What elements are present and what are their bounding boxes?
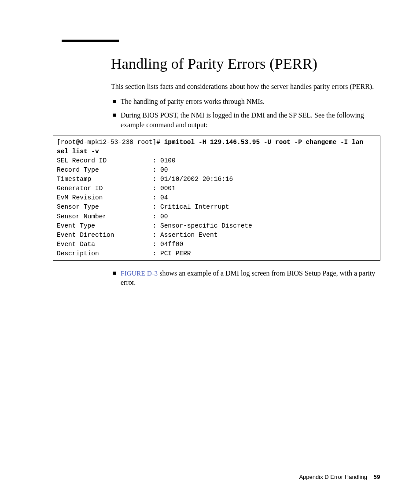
code-line: Timestamp : 01/10/2002 20:16:16 bbox=[57, 176, 233, 183]
section-rule bbox=[62, 40, 119, 42]
code-line: Description : PCI PERR bbox=[57, 250, 191, 257]
code-line: Generator ID : 0001 bbox=[57, 185, 176, 192]
page-title: Handling of Parity Errors (PERR) bbox=[111, 55, 380, 72]
code-line: EvM Revision : 04 bbox=[57, 194, 168, 201]
list-item: FIGURE D-3 shows an example of a DMI log… bbox=[111, 269, 380, 287]
shell-prompt: [root@d-mpk12-53-238 root] bbox=[57, 139, 156, 146]
body: This section lists facts and considerati… bbox=[111, 82, 380, 129]
list-item: During BIOS POST, the NMI is logged in t… bbox=[111, 110, 380, 129]
bullet-list-1: The handling of parity errors works thro… bbox=[111, 97, 380, 130]
page-footer: Appendix D Error Handling 59 bbox=[299, 474, 380, 480]
code-line: Event Data : 04ff00 bbox=[57, 241, 183, 248]
code-line: Event Type : Sensor-specific Discrete bbox=[57, 222, 252, 229]
list-item-text: shows an example of a DMI log screen fro… bbox=[121, 269, 375, 287]
code-block: [root@d-mpk12-53-238 root]# ipmitool -H … bbox=[53, 136, 380, 260]
page: Handling of Parity Errors (PERR) This se… bbox=[0, 0, 420, 504]
page-number: 59 bbox=[374, 474, 380, 480]
body-after-code: FIGURE D-3 shows an example of a DMI log… bbox=[111, 269, 380, 287]
bullet-list-2: FIGURE D-3 shows an example of a DMI log… bbox=[111, 269, 380, 287]
code-line: SEL Record ID : 0100 bbox=[57, 157, 176, 164]
shell-command: sel list -v bbox=[57, 148, 99, 155]
footer-section: Appendix D Error Handling bbox=[299, 474, 367, 480]
figure-reference-link[interactable]: FIGURE D-3 bbox=[121, 270, 158, 277]
code-line: Record Type : 00 bbox=[57, 166, 168, 173]
code-line: Event Direction : Assertion Event bbox=[57, 232, 217, 239]
code-line: Sensor Type : Critical Interrupt bbox=[57, 203, 229, 210]
intro-paragraph: This section lists facts and considerati… bbox=[111, 82, 380, 92]
list-item: The handling of parity errors works thro… bbox=[111, 97, 380, 107]
shell-command: # ipmitool -H 129.146.53.95 -U root -P c… bbox=[156, 139, 363, 146]
code-line: Sensor Number : 00 bbox=[57, 213, 168, 220]
